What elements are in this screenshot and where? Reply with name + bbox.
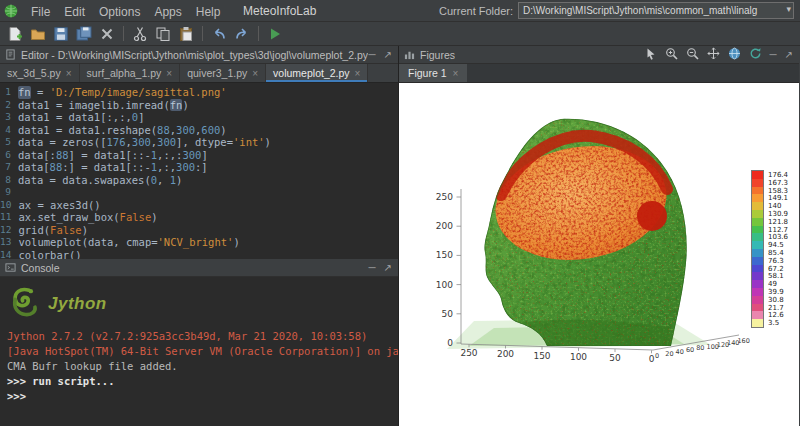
globe-icon[interactable]	[728, 47, 741, 62]
editor-icon	[5, 49, 16, 60]
line-number: 6	[0, 149, 18, 162]
svg-text:50: 50	[442, 309, 454, 319]
app-logo-icon	[4, 4, 18, 18]
console[interactable]: Jython Jython 2.7.2 (v2.7.2:925a3cc3b49d…	[0, 277, 398, 426]
colorbar-tick-label: 176.4	[768, 172, 788, 179]
code-line[interactable]: 5data = zeros([176,300,300], dtype='int'…	[0, 136, 398, 149]
colorbar-tick-label: 30.8	[768, 297, 784, 304]
code-line[interactable]: 3data1 = data1[:,:,0]	[0, 111, 398, 124]
current-folder-value: D:\Working\MIScript\Jython\mis\common_ma…	[523, 5, 779, 16]
close-tab-icon[interactable]: ×	[355, 68, 361, 79]
code-line[interactable]: 10ax = axes3d()	[0, 199, 398, 212]
pan-icon[interactable]	[707, 47, 720, 62]
close-tab-icon[interactable]: ×	[66, 68, 72, 79]
svg-text:200: 200	[497, 349, 514, 359]
code-line[interactable]: 14colorbar()	[0, 249, 398, 260]
float-window-icon[interactable]: ↗	[785, 49, 793, 60]
main-area: Editor - D:\Working\MIScript\Jython\mis\…	[0, 46, 800, 426]
close-tab-icon[interactable]: ×	[453, 68, 459, 79]
menu-edit[interactable]: Edit	[57, 3, 92, 21]
code-line[interactable]: 7data[88:] = data1[::-1,:,300:]	[0, 161, 398, 174]
toolbar-separator	[202, 26, 203, 41]
line-number: 13	[0, 236, 18, 249]
head-volume-render	[469, 108, 699, 358]
console-icon	[5, 262, 16, 273]
y-axis-ticks: 250200150100500	[436, 192, 461, 348]
code-line[interactable]: 4data1 = data1.reshape(88,300,600)	[0, 124, 398, 137]
undo-button[interactable]	[209, 24, 229, 44]
minimize-icon[interactable]: ─	[369, 262, 376, 273]
menu-apps[interactable]: Apps	[147, 3, 188, 21]
svg-text:160: 160	[737, 337, 749, 345]
menu-file[interactable]: File	[24, 3, 57, 21]
float-window-icon[interactable]: ↗	[384, 262, 392, 273]
line-number: 12	[0, 224, 18, 237]
line-number: 5	[0, 136, 18, 149]
editor-tab-surf_alpha_1.py[interactable]: surf_alpha_1.py×	[80, 64, 181, 82]
save-all-button[interactable]	[74, 24, 94, 44]
current-folder-combobox[interactable]: D:\Working\MIScript\Jython\mis\common_ma…	[518, 2, 794, 19]
figures-panel: Figures ─ ↗ Figure 1 ×	[399, 46, 799, 426]
editor-tab-label: quiver3_1.py	[187, 67, 247, 79]
code-editor[interactable]: 1fn = 'D:/Temp/image/sagittal.png'2data1…	[0, 83, 398, 259]
editor-tab-label: sx_3d_5.py	[7, 67, 61, 79]
colorbar-tick-label: 3.5	[768, 320, 779, 327]
code-line[interactable]: 13volumeplot(data, cmap='NCV_bright')	[0, 236, 398, 249]
figure-tab-label: Figure 1	[408, 67, 447, 79]
cut-button[interactable]	[130, 24, 150, 44]
console-panel-title: Console	[21, 262, 60, 274]
rotate-icon[interactable]	[749, 47, 762, 62]
volume-plot-3d: 250200150100500 250200150100500 02040608…	[399, 83, 799, 426]
figure-tab-bar: Figure 1 ×	[399, 64, 799, 83]
code-line[interactable]: 9	[0, 186, 398, 199]
code-line[interactable]: 12grid(False)	[0, 224, 398, 237]
colorbar-tick-label: 76.3	[768, 258, 784, 265]
colorbar-tick-label: 121.8	[768, 219, 788, 226]
open-folder-button[interactable]	[28, 24, 48, 44]
code-line[interactable]: 1fn = 'D:/Temp/image/sagittal.png'	[0, 86, 398, 99]
minimize-icon[interactable]: ─	[369, 49, 376, 60]
editor-panel-header: Editor - D:\Working\MIScript\Jython\mis\…	[0, 46, 398, 64]
close-tab-icon[interactable]: ×	[252, 68, 258, 79]
code-line[interactable]: 11ax.set_draw_box(False)	[0, 211, 398, 224]
colorbar: 176.4167.3158.3149.1140130.9121.8112.710…	[751, 170, 764, 328]
console-line: >>> run script...	[7, 374, 391, 389]
toolbar-separator	[123, 26, 124, 41]
colorbar-tick-label: 85.4	[768, 250, 784, 257]
paste-button[interactable]	[176, 24, 196, 44]
code-line[interactable]: 6data[:88] = data1[::-1,:,:300]	[0, 149, 398, 162]
new-script-button[interactable]	[5, 24, 25, 44]
figures-panel-header: Figures ─ ↗	[399, 46, 799, 64]
menu-options[interactable]: Options	[92, 3, 147, 21]
redo-button[interactable]	[232, 24, 252, 44]
run-script-button[interactable]	[265, 24, 285, 44]
colorbar-cell	[752, 257, 763, 265]
editor-tab-sx_3d_5.py[interactable]: sx_3d_5.py×	[0, 64, 80, 82]
svg-text:20: 20	[665, 350, 673, 358]
tab-figure-1[interactable]: Figure 1 ×	[399, 64, 467, 82]
code-line[interactable]: 8data = data.swapaxes(0, 1)	[0, 174, 398, 187]
minimize-icon[interactable]: ─	[770, 49, 777, 60]
editor-tab-quiver3_1.py[interactable]: quiver3_1.py×	[180, 64, 266, 82]
chevron-down-icon[interactable]: ▾	[786, 4, 791, 14]
jython-logo: Jython	[7, 281, 391, 327]
colorbar-tick-label: 167.3	[768, 180, 788, 187]
colorbar-cell	[752, 226, 763, 234]
editor-tab-volumeplot_2.py[interactable]: volumeplot_2.py×	[266, 64, 368, 82]
copy-button[interactable]	[153, 24, 173, 44]
line-number: 3	[0, 111, 18, 124]
save-button[interactable]	[51, 24, 71, 44]
menu-help[interactable]: Help	[189, 3, 228, 21]
figure-canvas[interactable]: 250200150100500 250200150100500 02040608…	[399, 83, 799, 426]
select-pointer-icon[interactable]	[644, 47, 657, 62]
line-number: 10	[0, 199, 18, 212]
zoom-out-icon[interactable]	[686, 47, 699, 62]
code-line[interactable]: 2data1 = imagelib.imread(fn)	[0, 99, 398, 112]
close-tab-icon[interactable]: ×	[166, 68, 172, 79]
float-window-icon[interactable]: ↗	[384, 49, 392, 60]
zoom-in-icon[interactable]	[665, 47, 678, 62]
jython-snake-icon	[7, 285, 40, 323]
close-script-button[interactable]	[97, 24, 117, 44]
line-number: 7	[0, 161, 18, 174]
svg-text:100: 100	[570, 352, 587, 362]
